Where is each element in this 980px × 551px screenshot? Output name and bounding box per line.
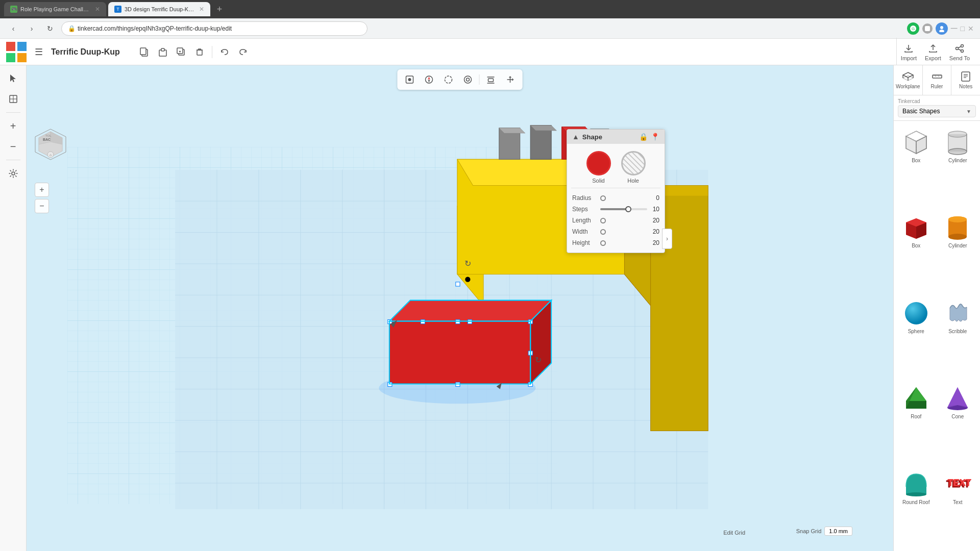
length-input[interactable] [600,218,647,223]
shape-type-row: Solid Hole [567,144,665,188]
dropdown-arrow: ▼ [966,109,971,114]
copy-button[interactable] [136,44,153,60]
export-button[interactable]: Export [921,38,945,66]
reload-button[interactable]: ↻ [43,21,57,36]
duplicate-button[interactable] [173,44,189,60]
notes-button[interactable]: Notes [951,65,980,95]
width-value: 20 [647,228,659,235]
axes-btn[interactable] [502,71,519,88]
select-tool[interactable] [4,69,22,88]
import-label: Import [901,55,917,61]
shape-cylinder-orange[interactable]: Cylinder [938,208,978,292]
undo-button[interactable] [216,44,233,60]
add-btn[interactable]: + [4,117,22,135]
zoom-extents-btn[interactable] [4,90,22,108]
shape-box-red[interactable]: Box [896,208,937,292]
svg-text:G: G [912,27,915,31]
svg-point-29 [12,172,15,175]
delete-button[interactable] [191,44,208,60]
menu-icon[interactable]: ☰ [31,44,47,60]
settings-btn[interactable] [4,164,22,183]
select-mode-btn[interactable] [402,71,418,88]
shape-panel: ▲ Shape 🔒 📍 Solid Hole [567,129,665,253]
tab-close-2[interactable]: ✕ [199,6,204,13]
profile-icon[interactable] [936,22,948,35]
height-handle[interactable] [600,240,606,246]
workplane-button[interactable]: Workplane [894,65,923,95]
category-dropdown-area: Tinkercad Basic Shapes ▼ [894,95,980,121]
minimize-button[interactable]: ─ [951,23,958,34]
tinkercad-logo [6,42,27,62]
shape-panel-lock[interactable]: 🔒 [639,133,648,141]
redo-button[interactable] [235,44,251,60]
hole-option[interactable]: Hole [621,151,646,184]
subtract-btn[interactable]: − [4,137,22,156]
svg-text:⌂: ⌂ [50,153,52,157]
zoom-out-button[interactable]: − [35,199,49,213]
length-label: Length [572,217,600,224]
right-panel-top: Workplane Ruler Notes [894,65,980,95]
url-input[interactable]: 🔒 tinkercad.com/things/epqINh3xgQP-terri… [61,21,368,36]
main-area: + − [0,65,980,551]
snap-grid-value[interactable]: 1.0 mm [824,527,852,536]
tab-role-playing[interactable]: 🎮 Role Playing Game Challenge -... ✕ [4,2,106,16]
text-label: Text [953,499,962,505]
shape-cone[interactable]: Cone [938,379,978,463]
height-input[interactable] [600,240,647,246]
shape-panel-pin[interactable]: 📍 [651,133,659,141]
shape-scribble[interactable]: Scribble [938,294,978,378]
back-button[interactable]: ‹ [6,21,20,36]
panel-expand-btn[interactable]: › [662,229,672,249]
shape-panel-header: ▲ Shape 🔒 📍 [567,130,665,144]
radius-row: Radius 0 [572,192,659,204]
compass-btn[interactable] [421,71,437,88]
shape-sphere[interactable]: Sphere [896,294,937,378]
forward-button[interactable]: › [24,21,39,36]
category-select[interactable]: Basic Shapes ▼ [898,105,976,117]
shape-box-wire[interactable]: Box [896,123,937,207]
shape-cylinder-wire[interactable]: Cylinder [938,123,978,207]
tab-tinkercad[interactable]: T 3D design Terrific Duup-Kup | Ti... ✕ [108,2,210,16]
view-cube[interactable]: BACK TOL ⌂ [33,127,68,164]
grammarly-icon: G [907,22,919,35]
import-button[interactable]: Import [897,38,921,66]
width-input[interactable] [600,229,647,235]
radius-value: 0 [647,194,659,202]
width-handle[interactable] [600,229,606,235]
ruler-button[interactable]: Ruler [923,65,952,95]
tab-close-1[interactable]: ✕ [95,6,100,13]
category-label: Basic Shapes [902,108,940,115]
radius-handle[interactable] [600,195,606,201]
steps-slider[interactable] [600,208,647,210]
toolbar-sep-1 [479,74,480,85]
workplane-label: Workplane [896,84,920,89]
svg-rect-5 [6,42,15,51]
solid-option[interactable]: Solid [586,151,611,184]
radius-input[interactable] [600,195,647,201]
new-tab-button[interactable]: + [212,2,227,16]
send-to-label: Send To [949,55,970,61]
left-toolbar: + − [0,65,27,551]
steps-label: Steps [572,206,600,213]
zoom-in-button[interactable]: + [35,183,49,197]
paste-button[interactable] [155,44,171,60]
length-handle[interactable] [600,218,606,223]
svg-point-157 [906,492,926,496]
shape-round-roof[interactable]: Round Roof [896,465,937,549]
maximize-button[interactable]: □ [961,24,965,33]
steps-thumb[interactable] [625,206,631,212]
tinkercad-label: Tinkercad [898,98,976,104]
viewport[interactable]: ↻ ↻ BACK [27,65,893,551]
ring-btn[interactable] [460,71,476,88]
shape-text[interactable]: TEXT TEXT TEXT Text [938,465,978,549]
svg-rect-6 [17,42,27,51]
snap-grid-label: Snap Grid [796,528,822,534]
circle-select-btn[interactable] [440,71,457,88]
align-btn[interactable] [483,71,499,88]
steps-value: 10 [647,206,659,213]
edit-grid-label[interactable]: Edit Grid [723,530,745,536]
shape-panel-collapse[interactable]: ▲ [572,133,579,141]
shape-roof[interactable]: Roof [896,379,937,463]
send-to-button[interactable]: Send To [945,38,974,66]
close-window-button[interactable]: ✕ [968,24,974,33]
